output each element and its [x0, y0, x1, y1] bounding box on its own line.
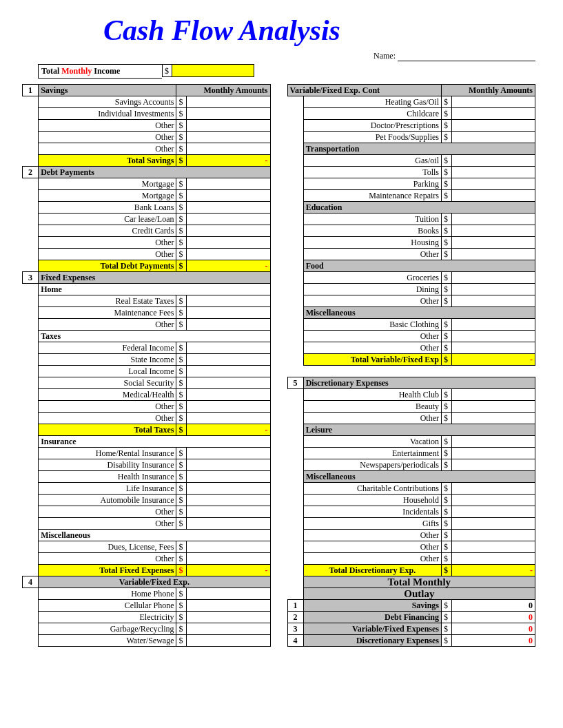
name-label: Name: — [373, 51, 396, 61]
income-dollar: $ — [162, 64, 172, 77]
income-value[interactable] — [172, 64, 254, 77]
left-table: 1SavingsMonthly AmountsSavings Accounts$… — [22, 84, 271, 647]
name-field-row: Name: — [14, 51, 549, 61]
page-title: Cash Flow Analysis — [103, 14, 549, 47]
right-table: Variable/Fixed Exp. ContMonthly AmountsH… — [287, 84, 536, 647]
income-label: Total Monthly Income — [38, 64, 162, 79]
total-monthly-income-row: Total Monthly Income $ — [38, 64, 549, 79]
name-input-line[interactable] — [398, 61, 535, 61]
